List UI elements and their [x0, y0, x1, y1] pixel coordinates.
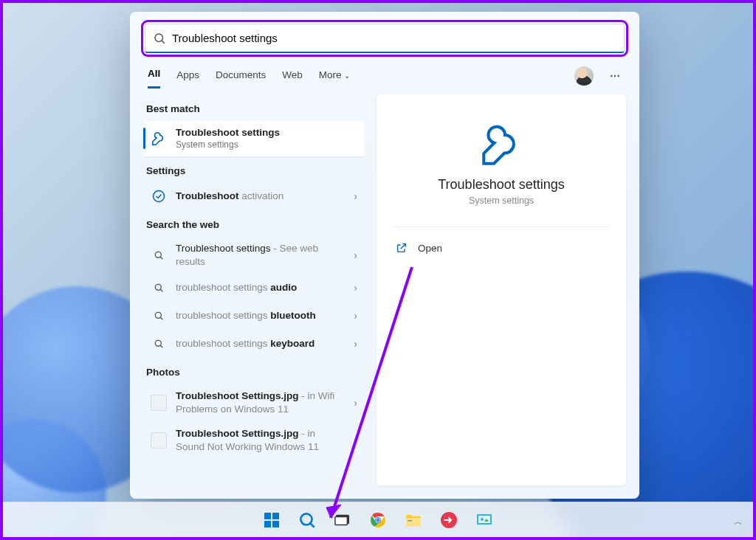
wrench-icon [479, 124, 523, 168]
start-icon[interactable] [257, 505, 286, 535]
svg-point-2 [154, 191, 165, 202]
search-bar[interactable] [145, 24, 625, 53]
svg-point-5 [155, 285, 161, 291]
open-label: Open [418, 243, 442, 254]
svg-rect-13 [264, 513, 271, 519]
detail-card: Troubleshoot settings System settings Op… [377, 94, 626, 485]
tab-documents[interactable]: Documents [216, 65, 266, 88]
tab-more[interactable]: More ⌄ [319, 65, 351, 88]
search-icon [151, 280, 167, 296]
result-best-match[interactable]: Troubleshoot settings System settings [143, 120, 365, 156]
svg-rect-16 [272, 521, 279, 527]
search-input[interactable] [172, 32, 616, 44]
check-circle-icon [151, 188, 167, 204]
svg-line-10 [160, 346, 162, 348]
result-web-item[interactable]: troubleshoot settings bluetooth › [143, 302, 365, 330]
svg-point-9 [155, 341, 161, 347]
svg-line-18 [311, 523, 315, 527]
section-photos: Photos [146, 367, 362, 378]
section-settings: Settings [146, 165, 362, 176]
svg-point-3 [155, 252, 161, 257]
search-icon [153, 32, 166, 45]
result-web-item[interactable]: Troubleshoot settings - See web results … [143, 236, 365, 274]
result-subtitle: System settings [176, 139, 357, 151]
tab-apps[interactable]: Apps [176, 65, 199, 88]
svg-rect-25 [406, 518, 421, 527]
open-button[interactable]: Open [393, 238, 610, 258]
svg-line-6 [160, 290, 162, 292]
app1-icon[interactable] [434, 505, 464, 535]
detail-title: Troubleshoot settings [438, 177, 564, 193]
result-settings-item[interactable]: Troubleshoot activation › [143, 182, 365, 210]
result-web-item[interactable]: troubleshoot settings audio › [143, 274, 365, 302]
divider [393, 226, 610, 227]
svg-rect-14 [272, 513, 279, 519]
app2-icon[interactable] [470, 505, 499, 535]
chevron-right-icon: › [354, 282, 357, 294]
svg-line-1 [162, 41, 164, 43]
chevron-right-icon: › [354, 190, 357, 202]
detail-subtitle: System settings [469, 195, 534, 206]
filter-tabs: All Apps Documents Web More ⌄ ⋯ [130, 59, 639, 89]
image-thumb-icon [151, 432, 167, 449]
chevron-right-icon: › [354, 338, 357, 350]
task-view-icon[interactable] [328, 505, 357, 535]
svg-point-30 [481, 518, 484, 521]
search-icon [151, 308, 167, 324]
svg-rect-29 [478, 516, 490, 523]
svg-rect-15 [264, 521, 271, 527]
chevron-up-icon[interactable]: ︿ [734, 516, 743, 528]
svg-point-24 [377, 518, 380, 522]
taskbar: ︿ [3, 502, 753, 537]
result-photo-item[interactable]: Troubleshoot Settings.jpg - in Sound Not… [143, 421, 365, 459]
result-title: Troubleshoot settings [176, 126, 357, 139]
tab-web[interactable]: Web [282, 65, 303, 88]
image-thumb-icon [151, 395, 167, 411]
chevron-right-icon: › [354, 249, 357, 261]
svg-point-0 [155, 34, 163, 42]
chevron-right-icon: › [354, 310, 357, 322]
svg-rect-26 [408, 520, 412, 522]
more-button[interactable]: ⋯ [610, 70, 622, 82]
tab-all[interactable]: All [148, 63, 160, 89]
search-icon [151, 247, 167, 263]
search-icon [151, 336, 167, 352]
result-photo-item[interactable]: Troubleshoot Settings.jpg - in Wifi Prob… [143, 384, 365, 421]
wrench-icon [151, 131, 167, 147]
section-web: Search the web [146, 219, 362, 230]
open-external-icon [396, 242, 408, 254]
chevron-right-icon: › [354, 397, 357, 409]
chevron-down-icon: ⌄ [344, 72, 350, 80]
user-avatar[interactable] [574, 66, 594, 86]
result-web-item[interactable]: troubleshoot settings keyboard › [143, 330, 365, 358]
svg-line-8 [160, 318, 162, 320]
chrome-icon[interactable] [363, 505, 393, 535]
start-search-panel: All Apps Documents Web More ⌄ ⋯ Best mat… [130, 12, 639, 499]
svg-rect-20 [335, 516, 348, 525]
section-best-match: Best match [146, 103, 362, 114]
search-icon[interactable] [292, 505, 322, 535]
svg-line-4 [160, 257, 162, 259]
chevron-right-icon: › [354, 435, 357, 446]
svg-point-17 [300, 513, 312, 525]
svg-point-7 [155, 313, 161, 319]
file-explorer-icon[interactable] [399, 505, 428, 535]
results-column: Best match Troubleshoot settings System … [143, 94, 365, 485]
